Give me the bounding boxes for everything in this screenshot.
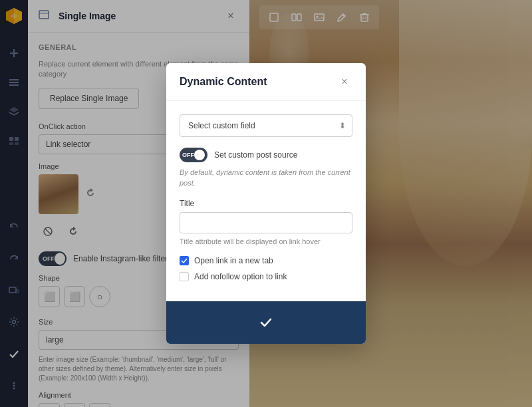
post-source-toggle[interactable]: OFF	[180, 148, 207, 162]
modal-body: Select custom field ⬍ OFF Set custom pos…	[166, 101, 366, 301]
new-tab-checkbox-row: Open link in a new tab	[180, 256, 352, 265]
title-field-input[interactable]	[180, 212, 352, 233]
custom-field-wrapper: Select custom field ⬍	[180, 114, 352, 137]
title-field-label: Title	[180, 199, 352, 208]
post-source-toggle-row: OFF Set custom post source	[180, 148, 352, 162]
nofollow-checkbox-label: Add nofollow option to link	[194, 272, 287, 281]
modal-header: Dynamic Content ×	[166, 63, 366, 101]
post-source-toggle-thumb	[194, 150, 205, 160]
nofollow-checkbox-row: Add nofollow option to link	[180, 272, 352, 281]
title-field-hint: Title attribute will be displayed on lin…	[180, 237, 352, 245]
post-source-info: By default, dynamic content is taken fro…	[180, 168, 352, 188]
post-source-toggle-off-label: OFF	[182, 152, 194, 158]
post-source-toggle-label: Set custom post source	[214, 150, 297, 160]
modal-title: Dynamic Content	[180, 76, 267, 88]
new-tab-checkbox-label: Open link in a new tab	[194, 256, 273, 265]
nofollow-checkbox[interactable]	[180, 272, 189, 281]
modal-overlay: Dynamic Content × Select custom field ⬍ …	[0, 0, 532, 407]
modal-footer	[166, 301, 366, 344]
modal-confirm-button[interactable]	[255, 312, 277, 333]
dynamic-content-modal: Dynamic Content × Select custom field ⬍ …	[166, 63, 366, 344]
modal-close-button[interactable]: ×	[336, 74, 352, 90]
custom-field-select[interactable]: Select custom field	[180, 114, 352, 137]
new-tab-checkbox[interactable]	[180, 256, 189, 265]
